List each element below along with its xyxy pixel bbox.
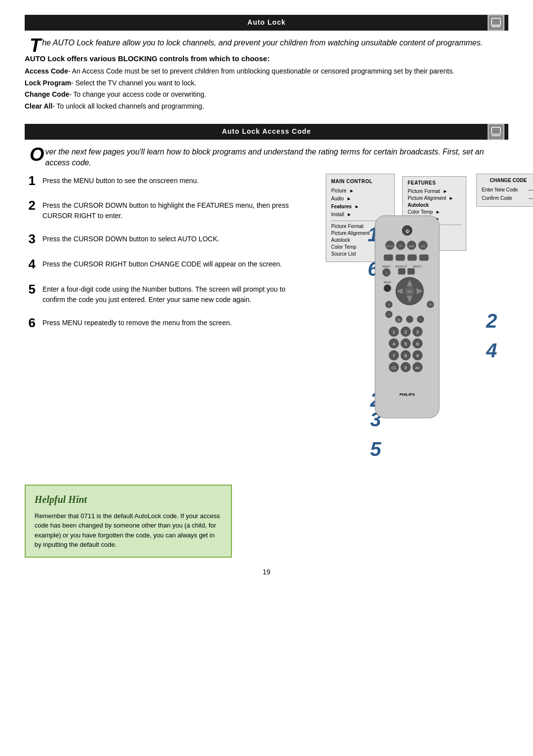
hint-title-text: elpful [42, 494, 69, 505]
svg-point-29 [384, 285, 391, 292]
bold-intro: AUTO Lock offers various BLOCKING contro… [25, 53, 508, 64]
overlay-4-right: 4 [486, 337, 497, 364]
remote-area: Main Control Picture ► Audio ► Features … [321, 174, 508, 470]
section2-intro: Over the next few pages you'll learn how… [25, 147, 508, 169]
cc-confirm-value: ---- [529, 195, 533, 202]
feat-picture-format: Picture Format ► [408, 188, 461, 195]
hint-drop-cap: H [35, 494, 42, 505]
step-2: 2 Press the CURSOR DOWN button to highli… [25, 198, 309, 221]
svg-text:3: 3 [416, 330, 419, 335]
svg-rect-20 [419, 255, 428, 261]
menu-item-picture: Picture ► [331, 187, 389, 195]
svg-text:−: − [388, 312, 390, 317]
svg-text:i+: i+ [399, 244, 402, 247]
menu-item-features: Features ► [331, 203, 389, 211]
svg-text:OK: OK [408, 290, 412, 293]
svg-text:−: − [419, 318, 421, 321]
cc-confirm-label: Confirm Code [482, 195, 512, 202]
svg-text:9: 9 [416, 353, 419, 358]
features-title: Features [408, 180, 461, 187]
section1-icon [488, 14, 504, 31]
def-change-code: Change Code- To change your access code … [25, 90, 508, 100]
left-column: 1 Press the MENU button to see the onscr… [25, 174, 309, 470]
svg-point-46 [406, 316, 413, 323]
section2-icon [488, 123, 504, 140]
svg-text:3:2: 3:2 [421, 244, 425, 247]
step-6: 6 Press MENU repeatedly to remove the me… [25, 316, 309, 330]
def-text-change: - To change your access code or overwrit… [69, 90, 206, 98]
remote-control: ⏻ A/CH i+ IEB 3:2 [370, 213, 444, 423]
svg-rect-17 [384, 255, 393, 261]
step-number-3: 3 [25, 232, 36, 246]
svg-rect-4 [492, 127, 500, 134]
step-text-6: Press MENU repeatedly to remove the menu… [42, 316, 232, 328]
definitions-list: Access Code- An Access Code must be set … [25, 67, 508, 111]
def-term-clear: Clear All [25, 102, 52, 110]
cc-enter-value: ---- [529, 187, 533, 193]
svg-text:+: + [388, 302, 390, 307]
section1-title: Auto Lock [247, 18, 285, 28]
svg-text:1: 1 [392, 330, 395, 335]
hint-text: Remember that 0711 is the default AutoLo… [35, 511, 222, 550]
svg-text:8: 8 [404, 353, 407, 358]
content-row: 1 Press the MENU button to see the onscr… [25, 174, 508, 470]
section1-header: Auto Lock [25, 15, 508, 31]
svg-text:6: 6 [416, 341, 419, 346]
step-number-4: 4 [25, 257, 36, 271]
right-column: Main Control Picture ► Audio ► Features … [321, 174, 508, 470]
overlay-5-bottom: 5 [370, 435, 381, 463]
svg-text:CC: CC [391, 366, 396, 370]
page-num-text: 19 [263, 568, 270, 576]
svg-text:IEB: IEB [409, 244, 414, 247]
main-menu-title: Main Control [331, 178, 389, 185]
svg-rect-18 [396, 255, 405, 261]
svg-text:RADIO/TV: RADIO/TV [395, 265, 407, 268]
step-number-2: 2 [25, 198, 36, 213]
feat-autolock: Autolock [408, 202, 461, 209]
svg-text:♪: ♪ [385, 270, 387, 275]
step-text-5: Enter a four-digit code using the Number… [42, 282, 309, 305]
svg-text:2: 2 [404, 330, 407, 335]
svg-rect-0 [492, 18, 500, 25]
section1-intro: The AUTO Lock feature allow you to lock … [25, 38, 508, 48]
svg-text:A/CH: A/CH [386, 244, 393, 247]
drop-cap-o: O [30, 147, 44, 162]
step-text-2: Press the CURSOR DOWN button to highligh… [42, 198, 309, 221]
page-number: 19 [25, 567, 508, 577]
svg-rect-26 [398, 268, 405, 274]
hint-title-hint: H [68, 494, 76, 505]
def-term-lock: Lock Program [25, 79, 71, 87]
cc-enter-new: Enter New Code ---- [482, 187, 533, 193]
change-code-title: Change Code [482, 177, 533, 184]
svg-text:PHILIPS: PHILIPS [399, 392, 415, 397]
svg-rect-27 [408, 268, 415, 274]
svg-text:⏻: ⏻ [405, 229, 410, 233]
svg-text:+: + [429, 306, 431, 309]
step-3: 3 Press the CURSOR DOWN button to select… [25, 232, 309, 246]
svg-text:AV: AV [416, 366, 420, 370]
change-code-menu: Change Code Enter New Code ---- Confirm … [476, 174, 533, 207]
def-clear-all: Clear All- To unlock all locked channels… [25, 102, 508, 112]
def-lock-program: Lock Program- Select the TV channel you … [25, 78, 508, 88]
hint-title-hint2: int [76, 494, 87, 505]
overlay-2-right: 2 [486, 307, 497, 335]
step-number-1: 1 [25, 174, 36, 188]
step-1: 1 Press the MENU button to see the onscr… [25, 174, 309, 188]
section2-intro-text: ver the next few pages you'll learn how … [45, 148, 484, 167]
hint-title: Helpful Hint [35, 492, 222, 506]
def-access-code: Access Code- An Access Code must be set … [25, 67, 508, 76]
cc-enter-label: Enter New Code [482, 187, 518, 193]
drop-cap-t: T [30, 38, 41, 53]
step-text-3: Press the CURSOR DOWN button to select A… [42, 232, 219, 244]
feat-picture-align: Picture Alignment ► [408, 195, 461, 202]
step-5: 5 Enter a four-digit code using the Numb… [25, 282, 309, 305]
svg-rect-19 [408, 255, 417, 261]
svg-text:5: 5 [404, 341, 407, 346]
svg-text:7: 7 [392, 353, 395, 358]
step-text-4: Press the CURSOR RIGHT button CHANGE COD… [42, 257, 282, 269]
cc-confirm: Confirm Code ---- [482, 195, 533, 202]
step-4: 4 Press the CURSOR RIGHT button CHANGE C… [25, 257, 309, 271]
def-term-access: Access Code [25, 67, 68, 75]
svg-text:MENU: MENU [384, 281, 391, 284]
section2-header: Auto Lock Access Code [25, 124, 508, 140]
